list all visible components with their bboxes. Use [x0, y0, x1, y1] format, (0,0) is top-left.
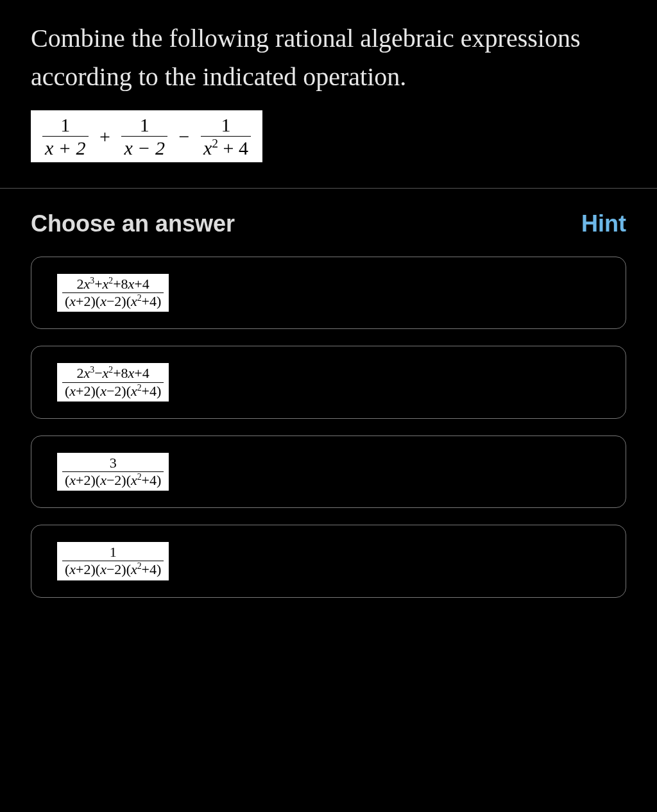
option-expression: 1 (x+2)(x−2)(x2+4): [57, 542, 169, 580]
question-expression: 1 x + 2 + 1 x − 2 − 1 x2 + 4: [31, 110, 262, 162]
question-section: Combine the following rational algebraic…: [0, 0, 657, 188]
answer-option[interactable]: 2x3+x2+8x+4 (x+2)(x−2)(x2+4): [31, 257, 626, 329]
option-expression: 2x3+x2+8x+4 (x+2)(x−2)(x2+4): [57, 274, 169, 312]
hint-link[interactable]: Hint: [581, 210, 626, 237]
answer-option[interactable]: 1 (x+2)(x−2)(x2+4): [31, 525, 626, 597]
answer-section: Choose an answer Hint 2x3+x2+8x+4 (x+2)(…: [0, 189, 657, 627]
option-expression: 3 (x+2)(x−2)(x2+4): [57, 453, 169, 491]
answer-option[interactable]: 3 (x+2)(x−2)(x2+4): [31, 436, 626, 508]
answer-option[interactable]: 2x3−x2+8x+4 (x+2)(x−2)(x2+4): [31, 346, 626, 418]
option-expression: 2x3−x2+8x+4 (x+2)(x−2)(x2+4): [57, 363, 169, 401]
question-prompt: Combine the following rational algebraic…: [31, 19, 626, 96]
choose-answer-label: Choose an answer: [31, 210, 235, 237]
answer-header: Choose an answer Hint: [31, 210, 626, 237]
